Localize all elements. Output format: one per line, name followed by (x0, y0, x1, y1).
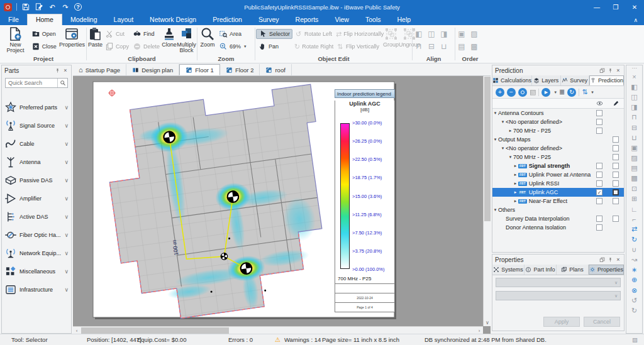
antenna-marker[interactable] (240, 262, 253, 275)
parts-category-signal-source[interactable]: Signal Source∨ (2, 116, 71, 134)
chevron-down-icon[interactable]: ∨ (64, 159, 69, 165)
parts-category-fiber-optic[interactable]: Fiber Optic Ha...∨ (2, 226, 71, 244)
measure-angle-icon[interactable]: ∟ (629, 204, 640, 214)
zoom-button[interactable]: Zoom (198, 26, 217, 55)
tree-row-uplink-agc[interactable]: ▸FRTUplink AGC (492, 188, 624, 197)
align-top-icon[interactable]: ⊓ (629, 112, 640, 123)
search-input[interactable] (6, 79, 57, 87)
pin-icon[interactable] (607, 256, 613, 263)
tab-survey[interactable]: Survey (561, 75, 589, 85)
tab-systems[interactable]: Systems (492, 265, 525, 275)
chevron-down-icon[interactable]: ∨ (64, 195, 69, 202)
copy-button[interactable]: Copy (103, 41, 131, 52)
align-center-icon[interactable]: ◫ (426, 28, 437, 40)
menu-view[interactable]: View (326, 14, 357, 25)
menu-tools[interactable]: Tools (357, 14, 389, 25)
tree-row[interactable]: ▾<No operator defined> (492, 144, 624, 153)
expander-icon[interactable]: ▾ (508, 155, 513, 160)
status-errors[interactable]: Errors : 0 (228, 336, 253, 343)
tab-roof[interactable]: roof (260, 64, 291, 75)
pin-icon[interactable] (54, 67, 60, 74)
tree-row-near-far[interactable]: ▸FRTNear-Far Effect (492, 197, 624, 205)
bring-to-front-icon[interactable]: ▣ (456, 28, 467, 40)
align-left-icon[interactable]: ◧ (413, 28, 425, 40)
visibility-checkbox[interactable] (596, 198, 602, 204)
close-project-button[interactable]: Close (30, 41, 58, 52)
visibility-checkbox[interactable] (596, 119, 602, 125)
undo-icon[interactable]: ↶ (48, 3, 57, 11)
cancel-button[interactable]: Cancel (584, 317, 620, 327)
edit-checkbox[interactable] (613, 216, 619, 222)
properties-button[interactable]: Properties (58, 26, 86, 55)
tree-row-donor-isolation[interactable]: Donor Antenna Isolation (492, 223, 624, 232)
canvas-vertical-scrollbar[interactable]: ∨ (483, 76, 491, 326)
delete-button[interactable]: Delete (131, 41, 162, 52)
zoom-level-dropdown[interactable]: 69%▾ (217, 41, 248, 52)
expander-icon[interactable]: ▸ (513, 181, 518, 186)
zoom-area-button[interactable]: Area (217, 29, 248, 39)
parts-category-amplifier[interactable]: Amplifier∨ (2, 189, 71, 207)
menu-network-design[interactable]: Network Design (142, 14, 204, 25)
menu-help[interactable]: Help (389, 14, 419, 25)
flip-horizontal-icon[interactable]: ⇄ (629, 224, 640, 234)
zoom-out-box-icon[interactable]: ⊗ (629, 285, 640, 295)
expander-icon[interactable]: ▸ (513, 190, 518, 195)
rotate-right-button[interactable]: ↻Rotate Right (292, 41, 334, 52)
tree-row[interactable]: ▾Antenna Contours (492, 109, 624, 118)
multiply-block-button[interactable]: Multiply Block (177, 26, 196, 55)
tab-floor-1[interactable]: Floor 1 (179, 64, 220, 75)
connect-line-icon[interactable]: ↝ (629, 255, 640, 265)
menu-file[interactable]: File (0, 14, 27, 25)
open-button[interactable]: Open (30, 29, 58, 39)
edit-checkbox[interactable] (613, 172, 619, 178)
align-bottom-icon[interactable]: ⊔ (438, 41, 450, 52)
collapse-ribbon-icon[interactable]: ∧ (633, 17, 638, 25)
zoom-in-box-icon[interactable]: ⊕ (629, 275, 640, 285)
menu-home[interactable]: Home (27, 14, 62, 25)
selector-tool-button[interactable]: Selector (256, 29, 292, 39)
expander-icon[interactable]: ▸ (513, 172, 518, 177)
bring-forward-icon[interactable]: ▤ (456, 41, 467, 52)
redo-icon[interactable]: ↷ (61, 3, 70, 11)
history-button[interactable]: ↻ (567, 88, 576, 97)
close-icon[interactable]: × (62, 67, 69, 74)
scroll-right-icon[interactable]: › (475, 327, 483, 334)
tab-part-info[interactable]: Part Info (525, 265, 557, 275)
chevron-down-icon[interactable]: ▾ (554, 90, 557, 95)
maximize-button[interactable]: ❐ (606, 0, 625, 14)
chevron-down-icon[interactable]: ∨ (64, 214, 69, 220)
tab-prediction[interactable]: Prediction (589, 75, 624, 85)
clone-button[interactable]: Clone (162, 26, 177, 55)
canvas-horizontal-scrollbar[interactable]: ‹ › (73, 326, 483, 334)
tab-properties[interactable]: Properties (589, 265, 624, 275)
chevron-down-icon[interactable]: ∨ (64, 287, 69, 293)
align-middle-icon[interactable]: ⊟ (629, 123, 640, 133)
antenna-marker[interactable] (163, 131, 175, 143)
pin-icon[interactable] (607, 67, 613, 74)
chevron-down-icon[interactable]: ∨ (64, 123, 69, 129)
menu-prediction[interactable]: Prediction (204, 14, 250, 25)
plugin-icon[interactable]: ▧ (530, 88, 536, 96)
tree-row-others[interactable]: ▾Others (492, 205, 624, 214)
design-canvas[interactable]: 100 m Indoor prediction legend Uplink AG… (73, 76, 491, 334)
apply-button[interactable]: Apply (543, 317, 580, 327)
close-icon[interactable]: × (615, 67, 621, 74)
align-center-icon[interactable]: ◫ (629, 92, 640, 102)
menu-layout[interactable]: Layout (106, 14, 142, 25)
align-top-icon[interactable]: ⊓ (413, 41, 425, 52)
tree-row[interactable]: ▾Output Maps (492, 135, 624, 144)
find-button[interactable]: Find (131, 29, 162, 39)
chevron-down-icon[interactable]: ∨ (64, 250, 69, 256)
crop-plan-icon[interactable]: ⌐ (629, 214, 640, 224)
distribute-icon[interactable]: ⇅ (582, 88, 587, 96)
minimize-button[interactable]: — (587, 0, 606, 14)
chevron-down-icon[interactable]: ∨ (64, 232, 69, 238)
align-left-icon[interactable]: ◧ (629, 82, 640, 92)
parts-category-active-das[interactable]: Active DAS∨ (2, 207, 71, 226)
help-icon[interactable]: ? (74, 3, 82, 11)
menu-survey[interactable]: Survey (250, 14, 287, 25)
send-backward-icon[interactable]: ▩ (469, 41, 480, 52)
expander-icon[interactable]: ▾ (500, 146, 506, 151)
edit-checkbox[interactable] (613, 198, 619, 204)
tab-design-plan[interactable]: Design plan (126, 64, 179, 75)
